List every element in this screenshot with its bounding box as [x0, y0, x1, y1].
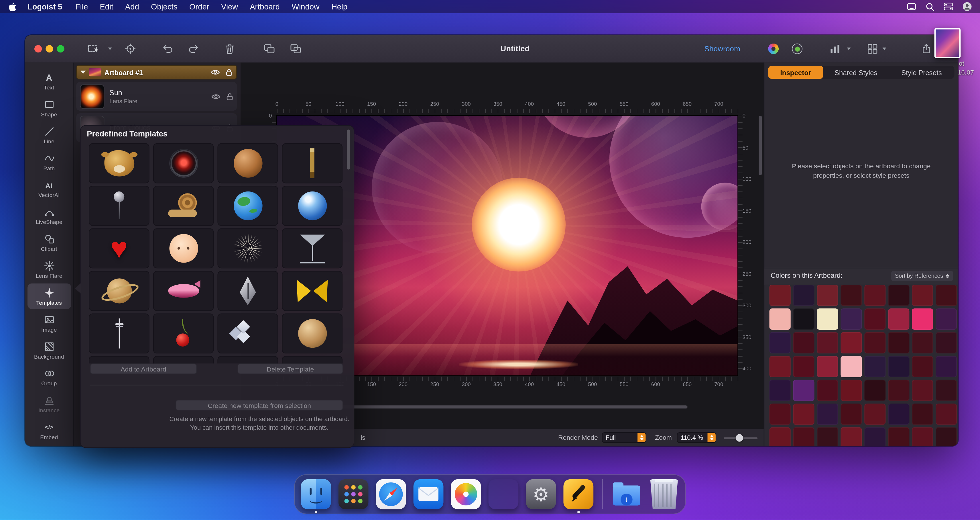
- color-swatch[interactable]: [864, 380, 886, 401]
- user-menu-icon[interactable]: [963, 2, 972, 11]
- template-item-martini[interactable]: [282, 228, 342, 269]
- color-swatch[interactable]: [817, 380, 838, 401]
- color-swatch[interactable]: [770, 285, 791, 306]
- dock-finder-icon[interactable]: [301, 479, 331, 509]
- duplicate-front-icon[interactable]: [264, 44, 275, 54]
- color-swatch[interactable]: [888, 427, 909, 446]
- color-swatch[interactable]: [840, 404, 862, 425]
- menu-item-add[interactable]: Add: [125, 2, 139, 11]
- showroom-link[interactable]: Showroom: [705, 45, 740, 53]
- color-swatch[interactable]: [864, 285, 886, 306]
- screen-mirroring-icon[interactable]: [907, 3, 916, 11]
- visibility-eye-icon[interactable]: [212, 93, 221, 100]
- control-center-icon[interactable]: [943, 3, 953, 11]
- color-swatch[interactable]: [912, 404, 933, 425]
- color-swatch[interactable]: [840, 427, 862, 446]
- color-swatch[interactable]: [864, 332, 886, 353]
- screenshot-thumbnail[interactable]: [934, 28, 961, 58]
- tool-path[interactable]: Path: [27, 149, 71, 174]
- window-titlebar[interactable]: Untitled Showroom: [25, 35, 958, 63]
- color-swatch[interactable]: [770, 356, 791, 377]
- template-item-heart[interactable]: [89, 228, 150, 269]
- tool-background[interactable]: Background: [27, 337, 71, 363]
- tool-vectorai[interactable]: AIVectorAI: [27, 176, 71, 201]
- template-item-butterfly[interactable]: [282, 271, 342, 311]
- template-item-glass-sphere[interactable]: [282, 186, 342, 226]
- template-item-cherry[interactable]: [153, 313, 214, 353]
- share-icon[interactable]: [921, 43, 931, 54]
- color-swatch[interactable]: [793, 404, 814, 425]
- dock-trash-icon[interactable]: [649, 479, 679, 509]
- color-swatch[interactable]: [912, 285, 933, 306]
- menu-item-objects[interactable]: Objects: [151, 2, 178, 11]
- dock-photos-icon[interactable]: [451, 479, 481, 509]
- color-swatch[interactable]: [935, 308, 957, 330]
- dock-launchpad-icon[interactable]: [339, 479, 369, 509]
- zoom-window-button[interactable]: [57, 45, 64, 53]
- tool-embed[interactable]: </>Embed: [27, 418, 71, 443]
- tool-shape[interactable]: Shape: [27, 95, 71, 121]
- chart-icon[interactable]: [830, 44, 840, 54]
- color-swatch[interactable]: [935, 380, 957, 401]
- tool-clipart[interactable]: Clipart: [27, 230, 71, 255]
- template-item-planet-venus[interactable]: [282, 313, 342, 353]
- add-to-artboard-button[interactable]: Add to Artboard: [90, 364, 197, 374]
- color-swatch[interactable]: [864, 308, 886, 330]
- color-swatch[interactable]: [864, 404, 886, 425]
- menu-item-view[interactable]: View: [221, 2, 238, 11]
- color-swatch[interactable]: [840, 285, 862, 306]
- dock-settings-icon[interactable]: [526, 479, 556, 509]
- minimize-window-button[interactable]: [46, 45, 53, 53]
- components-grid-icon[interactable]: [867, 44, 878, 54]
- lock-icon[interactable]: [226, 92, 233, 100]
- search-icon[interactable]: [926, 2, 934, 11]
- color-swatch[interactable]: [864, 356, 886, 377]
- select-tool-chevron-icon[interactable]: [108, 48, 112, 50]
- template-item-cube-cluster[interactable]: [217, 313, 278, 353]
- duplicate-back-icon[interactable]: [290, 44, 301, 54]
- render-mode-select[interactable]: Full: [602, 432, 646, 443]
- template-item-cow[interactable]: [89, 144, 150, 183]
- layer-row-sun[interactable]: Sun Lens Flare: [76, 82, 237, 111]
- template-item-camera-lens[interactable]: [153, 144, 214, 183]
- artboard-layer-row[interactable]: Artboard #1: [76, 65, 237, 80]
- template-item-airship[interactable]: [153, 271, 214, 311]
- color-swatch[interactable]: [817, 404, 838, 425]
- app-menu-title[interactable]: Logoist 5: [27, 2, 62, 11]
- redo-button[interactable]: [188, 44, 199, 54]
- color-swatch[interactable]: [888, 380, 909, 401]
- tab-shared-styles[interactable]: Shared Styles: [823, 65, 889, 79]
- color-swatch[interactable]: [793, 427, 814, 446]
- color-swatch[interactable]: [817, 427, 838, 446]
- tool-instance[interactable]: Instance: [27, 391, 71, 416]
- color-swatch[interactable]: [817, 308, 838, 330]
- dock-logoist-icon[interactable]: [563, 479, 593, 509]
- color-swatch[interactable]: [912, 380, 933, 401]
- vertical-scrollbar[interactable]: [759, 116, 762, 175]
- disclosure-triangle-icon[interactable]: [81, 71, 86, 74]
- color-swatch[interactable]: [864, 427, 886, 446]
- color-swatch[interactable]: [840, 356, 862, 377]
- tool-group[interactable]: Group: [27, 364, 71, 389]
- color-swatch[interactable]: [935, 404, 957, 425]
- color-swatch[interactable]: [840, 308, 862, 330]
- tool-liveshape[interactable]: LiveShape: [27, 203, 71, 228]
- zoom-slider-thumb[interactable]: [736, 434, 743, 442]
- target-tool-icon[interactable]: [125, 43, 135, 54]
- color-swatch[interactable]: [817, 332, 838, 353]
- color-swatch[interactable]: [935, 356, 957, 377]
- template-item-hidden[interactable]: [217, 356, 278, 364]
- tab-inspector[interactable]: Inspector: [768, 65, 823, 79]
- color-swatch[interactable]: [793, 380, 814, 401]
- dock-mail-icon[interactable]: [414, 479, 444, 509]
- dock-app-store-icon[interactable]: [488, 479, 519, 509]
- template-item-pin[interactable]: [89, 186, 150, 226]
- color-swatch[interactable]: [888, 404, 909, 425]
- color-swatch[interactable]: [912, 427, 933, 446]
- color-swatch[interactable]: [935, 427, 957, 446]
- menu-item-order[interactable]: Order: [189, 2, 209, 11]
- dock-downloads-icon[interactable]: [611, 479, 641, 509]
- template-item-snail[interactable]: [153, 186, 214, 226]
- tool-line[interactable]: Line: [27, 122, 71, 148]
- tool-lens-flare[interactable]: Lens Flare: [27, 257, 71, 282]
